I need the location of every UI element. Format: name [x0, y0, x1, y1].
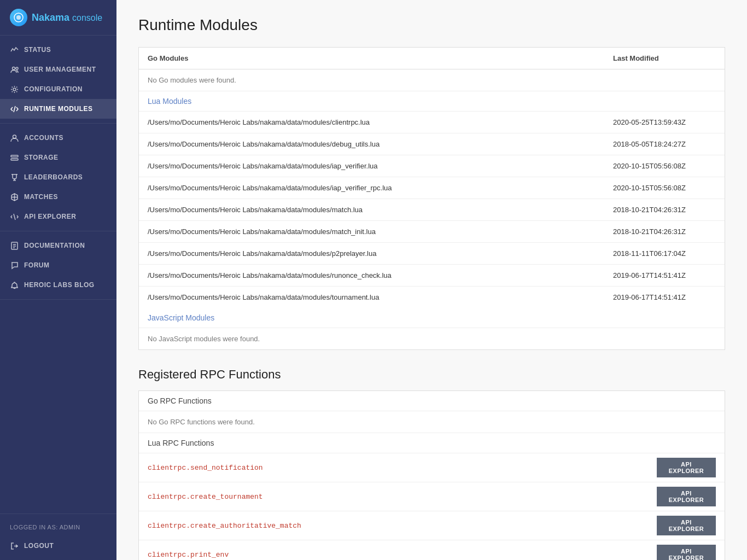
- api-explorer-button[interactable]: API EXPLORER: [657, 516, 716, 535]
- module-path: /Users/mo/Documents/Heroic Labs/nakama/d…: [139, 243, 604, 264]
- rpc-function-link[interactable]: clientrpc.send_notification: [148, 464, 263, 472]
- sidebar-item-status[interactable]: STATUS: [0, 40, 116, 60]
- table-header: Go Modules Last Modified: [139, 48, 725, 69]
- api-explorer-button[interactable]: API EXPLORER: [657, 458, 716, 477]
- code-icon: [10, 104, 19, 113]
- sidebar-item-runtime-modules[interactable]: RUNTIME MODULES: [0, 99, 116, 119]
- js-modules-empty: No JavaScript modules were found.: [139, 328, 604, 349]
- sidebar-item-storage[interactable]: STORAGE: [0, 148, 116, 167]
- logout-icon: [10, 541, 19, 550]
- rpc-function-link[interactable]: clientrpc.create_tournament: [148, 493, 263, 501]
- data-nav: ACCOUNTS STORAGE LEADERBOARDS: [0, 124, 116, 231]
- rpc-function-link[interactable]: clientrpc.create_authoritative_match: [148, 522, 301, 530]
- rpc-function-name: clientrpc.send_notification: [139, 458, 648, 477]
- sidebar-item-user-management[interactable]: USER MANAGEMENT: [0, 60, 116, 79]
- table-row: /Users/mo/Documents/Heroic Labs/nakama/d…: [139, 287, 725, 308]
- main-content: Runtime Modules Go Modules Last Modified…: [116, 0, 747, 560]
- module-modified: 2019-06-17T14:51:41Z: [604, 287, 725, 308]
- rpc-button-cell: API EXPLORER: [648, 540, 725, 560]
- sidebar-item-api-explorer[interactable]: API EXPLORER: [0, 207, 116, 226]
- table-row: /Users/mo/Documents/Heroic Labs/nakama/d…: [139, 199, 725, 221]
- svg-line-11: [14, 214, 15, 220]
- svg-rect-7: [11, 155, 18, 157]
- last-modified-header: Last Modified: [604, 48, 725, 69]
- lua-modules-rows: /Users/mo/Documents/Heroic Labs/nakama/d…: [139, 112, 725, 308]
- logo-text: Nakama console: [32, 12, 102, 24]
- logo[interactable]: Nakama console: [0, 0, 116, 36]
- lua-rpc-rows: clientrpc.send_notification API EXPLORER…: [139, 453, 725, 560]
- module-path: /Users/mo/Documents/Heroic Labs/nakama/d…: [139, 265, 604, 286]
- main-nav: STATUS USER MANAGEMENT CONFIGURATION: [0, 36, 116, 124]
- go-modules-empty: No Go modules were found.: [139, 69, 604, 91]
- go-rpc-header: Go RPC Functions: [139, 391, 725, 411]
- rpc-function-link[interactable]: clientrpc.print_env: [148, 551, 229, 559]
- svg-point-1: [16, 15, 21, 20]
- bell-icon: [10, 281, 19, 289]
- rpc-row: clientrpc.print_env API EXPLORER: [139, 540, 725, 560]
- table-row: /Users/mo/Documents/Heroic Labs/nakama/d…: [139, 155, 725, 177]
- forum-icon: [10, 261, 19, 270]
- sidebar-item-accounts[interactable]: ACCOUNTS: [0, 128, 116, 148]
- rpc-row: clientrpc.create_tournament API EXPLORER: [139, 482, 725, 511]
- lua-rpc-header: Lua RPC Functions: [139, 433, 725, 453]
- module-path: /Users/mo/Documents/Heroic Labs/nakama/d…: [139, 221, 604, 242]
- external-nav: DOCUMENTATION FORUM HEROIC LABS BLOG: [0, 231, 116, 300]
- sidebar: Nakama console STATUS USER MANAGEMENT: [0, 0, 116, 560]
- sidebar-bottom: LOGGED IN AS: ADMIN LOGOUT: [0, 514, 116, 560]
- api-explorer-button[interactable]: API EXPLORER: [657, 487, 716, 506]
- js-modules-group-header: JavaScript Modules: [139, 308, 725, 328]
- storage-icon: [10, 153, 19, 162]
- lua-modules-group-header: Lua Modules: [139, 91, 725, 112]
- svg-point-6: [13, 135, 16, 138]
- page-title: Runtime Modules: [138, 16, 725, 34]
- go-rpc-empty: No Go RPC functions were found.: [139, 411, 604, 433]
- sidebar-item-configuration[interactable]: CONFIGURATION: [0, 79, 116, 99]
- table-row: /Users/mo/Documents/Heroic Labs/nakama/d…: [139, 221, 725, 243]
- module-path: /Users/mo/Documents/Heroic Labs/nakama/d…: [139, 155, 604, 177]
- table-row: /Users/mo/Documents/Heroic Labs/nakama/d…: [139, 133, 725, 155]
- table-row: /Users/mo/Documents/Heroic Labs/nakama/d…: [139, 177, 725, 199]
- sidebar-item-heroic-labs-blog[interactable]: HEROIC LABS BLOG: [0, 275, 116, 295]
- rpc-button-cell: API EXPLORER: [648, 453, 725, 482]
- match-icon: [10, 192, 19, 201]
- svg-point-2: [12, 67, 15, 69]
- js-modules-empty-modified: [604, 328, 725, 349]
- go-modules-empty-modified: [604, 69, 725, 91]
- rpc-row: clientrpc.send_notification API EXPLORER: [139, 453, 725, 482]
- svg-point-4: [13, 88, 16, 91]
- module-modified: 2018-10-21T04:26:31Z: [604, 221, 725, 242]
- module-modified: 2018-10-21T04:26:31Z: [604, 199, 725, 220]
- js-modules-empty-row: No JavaScript modules were found.: [139, 328, 725, 349]
- module-modified: 2019-06-17T14:51:41Z: [604, 265, 725, 286]
- rpc-button-cell: API EXPLORER: [648, 482, 725, 511]
- go-rpc-empty-row: No Go RPC functions were found.: [139, 411, 725, 433]
- module-path: /Users/mo/Documents/Heroic Labs/nakama/d…: [139, 199, 604, 220]
- module-path: /Users/mo/Documents/Heroic Labs/nakama/d…: [139, 177, 604, 199]
- sidebar-item-documentation[interactable]: DOCUMENTATION: [0, 236, 116, 255]
- sidebar-item-leaderboards[interactable]: LEADERBOARDS: [0, 167, 116, 187]
- users-icon: [10, 65, 19, 74]
- rpc-function-name: clientrpc.create_authoritative_match: [139, 516, 648, 535]
- settings-icon: [10, 85, 19, 94]
- rpc-section-title: Registered RPC Functions: [138, 368, 725, 382]
- api-explorer-button[interactable]: API EXPLORER: [657, 545, 716, 560]
- runtime-modules-table: Go Modules Last Modified No Go modules w…: [138, 47, 725, 350]
- go-modules-empty-row: No Go modules were found.: [139, 69, 725, 91]
- rpc-row: clientrpc.create_authoritative_match API…: [139, 511, 725, 540]
- go-modules-header: Go Modules: [139, 48, 604, 69]
- trophy-icon: [10, 173, 19, 182]
- sidebar-item-forum[interactable]: FORUM: [0, 255, 116, 275]
- sidebar-item-matches[interactable]: MATCHES: [0, 187, 116, 207]
- doc-icon: [10, 241, 19, 250]
- module-modified: 2020-10-15T05:56:08Z: [604, 155, 725, 177]
- rpc-function-name: clientrpc.create_tournament: [139, 487, 648, 506]
- logged-in-label: LOGGED IN AS: ADMIN: [0, 518, 116, 536]
- api-icon: [10, 212, 19, 221]
- rpc-button-cell: API EXPLORER: [648, 511, 725, 540]
- logo-icon: [10, 9, 27, 26]
- logout-button[interactable]: LOGOUT: [0, 536, 116, 556]
- module-path: /Users/mo/Documents/Heroic Labs/nakama/d…: [139, 287, 604, 308]
- svg-line-5: [14, 106, 15, 112]
- module-path: /Users/mo/Documents/Heroic Labs/nakama/d…: [139, 112, 604, 133]
- person-icon: [10, 133, 19, 142]
